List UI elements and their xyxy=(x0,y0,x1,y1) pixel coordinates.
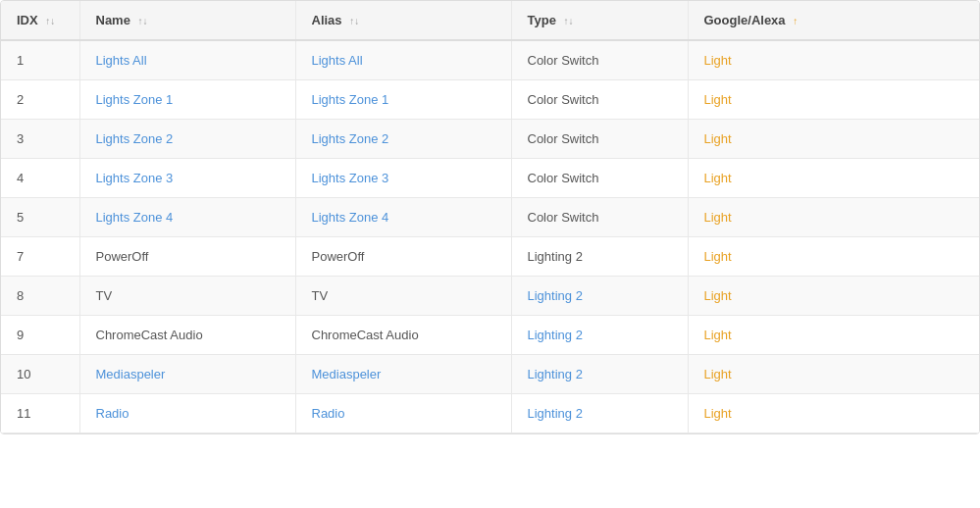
alias-text: PowerOff xyxy=(312,249,365,264)
main-table: IDX ↑↓ Name ↑↓ Alias ↑↓ Type ↑↓ Google/A… xyxy=(1,1,979,433)
col-header-google[interactable]: Google/Alexa ↑ xyxy=(688,1,979,40)
name-link[interactable]: Lights All xyxy=(96,53,147,68)
cell-alias: Lights Zone 4 xyxy=(295,198,511,237)
name-link[interactable]: Mediaspeler xyxy=(96,367,166,381)
type-link[interactable]: Lighting 2 xyxy=(528,288,583,303)
table-row: 11RadioRadioLighting 2Light xyxy=(1,394,979,433)
cell-alias: Radio xyxy=(295,394,511,433)
col-sort-idx-icon: ↑↓ xyxy=(45,16,55,26)
col-header-name-label: Name xyxy=(96,13,130,27)
col-header-type[interactable]: Type ↑↓ xyxy=(511,1,688,40)
cell-type: Color Switch xyxy=(511,159,688,198)
cell-type: Lighting 2 xyxy=(511,394,688,433)
col-header-type-label: Type xyxy=(528,13,556,27)
cell-google: Light xyxy=(688,394,979,433)
name-link[interactable]: Lights Zone 2 xyxy=(96,131,174,146)
name-link[interactable]: Lights Zone 3 xyxy=(96,171,174,185)
cell-name: TV xyxy=(79,277,295,316)
idx-value: 10 xyxy=(17,367,30,381)
col-header-alias[interactable]: Alias ↑↓ xyxy=(295,1,511,40)
col-sort-name-icon: ↑↓ xyxy=(138,16,148,26)
idx-value: 7 xyxy=(17,249,24,264)
cell-google: Light xyxy=(688,159,979,198)
cell-alias: TV xyxy=(295,277,511,316)
table-row: 10MediaspelerMediaspelerLighting 2Light xyxy=(1,355,979,394)
table-row: 8TVTVLighting 2Light xyxy=(1,277,979,316)
cell-idx: 4 xyxy=(1,159,79,198)
alias-link[interactable]: Lights Zone 1 xyxy=(312,92,389,107)
google-text: Light xyxy=(704,171,732,185)
cell-idx: 1 xyxy=(1,40,79,80)
col-header-idx[interactable]: IDX ↑↓ xyxy=(1,1,79,40)
idx-value: 2 xyxy=(17,92,24,107)
idx-value: 11 xyxy=(17,406,30,421)
cell-alias: Lights Zone 1 xyxy=(295,80,511,120)
cell-name: Lights Zone 1 xyxy=(79,80,295,120)
google-text: Light xyxy=(704,249,732,264)
alias-link[interactable]: Radio xyxy=(312,406,345,421)
cell-idx: 5 xyxy=(1,198,79,237)
table-row: 5Lights Zone 4Lights Zone 4Color SwitchL… xyxy=(1,198,979,237)
cell-name: Lights Zone 3 xyxy=(79,159,295,198)
name-link[interactable]: Lights Zone 4 xyxy=(96,210,174,225)
name-link[interactable]: Radio xyxy=(96,406,129,421)
cell-alias: ChromeCast Audio xyxy=(295,316,511,355)
alias-text: TV xyxy=(312,288,329,303)
cell-google: Light xyxy=(688,120,979,159)
col-header-name[interactable]: Name ↑↓ xyxy=(79,1,295,40)
data-table: IDX ↑↓ Name ↑↓ Alias ↑↓ Type ↑↓ Google/A… xyxy=(0,0,980,434)
cell-google: Light xyxy=(688,80,979,120)
google-link[interactable]: Light xyxy=(704,367,732,381)
alias-link[interactable]: Lights Zone 2 xyxy=(312,131,389,146)
google-link[interactable]: Light xyxy=(704,53,732,68)
cell-alias: Lights Zone 2 xyxy=(295,120,511,159)
cell-name: Radio xyxy=(79,394,295,433)
type-text: Lighting 2 xyxy=(528,249,583,264)
cell-google: Light xyxy=(688,355,979,394)
cell-type: Lighting 2 xyxy=(511,237,688,277)
cell-google: Light xyxy=(688,277,979,316)
google-text: Light xyxy=(704,328,732,342)
name-text: PowerOff xyxy=(96,249,149,264)
col-header-alias-label: Alias xyxy=(312,13,342,27)
cell-name: Lights All xyxy=(79,40,295,80)
cell-type: Color Switch xyxy=(511,80,688,120)
cell-name: Lights Zone 2 xyxy=(79,120,295,159)
col-header-google-label: Google/Alexa xyxy=(704,13,786,27)
idx-value: 9 xyxy=(17,328,24,342)
alias-link[interactable]: Lights All xyxy=(312,53,363,68)
cell-alias: Mediaspeler xyxy=(295,355,511,394)
cell-idx: 11 xyxy=(1,394,79,433)
table-row: 7PowerOffPowerOffLighting 2Light xyxy=(1,237,979,277)
table-row: 2Lights Zone 1Lights Zone 1Color SwitchL… xyxy=(1,80,979,120)
table-row: 4Lights Zone 3Lights Zone 3Color SwitchL… xyxy=(1,159,979,198)
type-link[interactable]: Lighting 2 xyxy=(528,406,583,421)
idx-value: 1 xyxy=(17,53,24,68)
type-link[interactable]: Lighting 2 xyxy=(528,367,583,381)
name-link[interactable]: Lights Zone 1 xyxy=(96,92,174,107)
idx-value: 4 xyxy=(17,171,24,185)
col-header-idx-label: IDX xyxy=(17,13,38,27)
cell-google: Light xyxy=(688,40,979,80)
type-text: Color Switch xyxy=(528,92,599,107)
idx-value: 5 xyxy=(17,210,24,225)
type-link[interactable]: Lighting 2 xyxy=(528,328,583,342)
type-text: Color Switch xyxy=(528,53,599,68)
cell-alias: Lights All xyxy=(295,40,511,80)
col-sort-type-icon: ↑↓ xyxy=(564,16,574,26)
table-header-row: IDX ↑↓ Name ↑↓ Alias ↑↓ Type ↑↓ Google/A… xyxy=(1,1,979,40)
cell-type: Lighting 2 xyxy=(511,316,688,355)
alias-link[interactable]: Lights Zone 3 xyxy=(312,171,389,185)
alias-link[interactable]: Lights Zone 4 xyxy=(312,210,389,225)
type-text: Color Switch xyxy=(528,210,599,225)
cell-type: Color Switch xyxy=(511,40,688,80)
cell-type: Color Switch xyxy=(511,120,688,159)
table-row: 9ChromeCast AudioChromeCast AudioLightin… xyxy=(1,316,979,355)
alias-link[interactable]: Mediaspeler xyxy=(312,367,382,381)
cell-idx: 8 xyxy=(1,277,79,316)
cell-idx: 9 xyxy=(1,316,79,355)
google-text: Light xyxy=(704,131,732,146)
cell-idx: 3 xyxy=(1,120,79,159)
cell-idx: 2 xyxy=(1,80,79,120)
google-link[interactable]: Light xyxy=(704,288,732,303)
